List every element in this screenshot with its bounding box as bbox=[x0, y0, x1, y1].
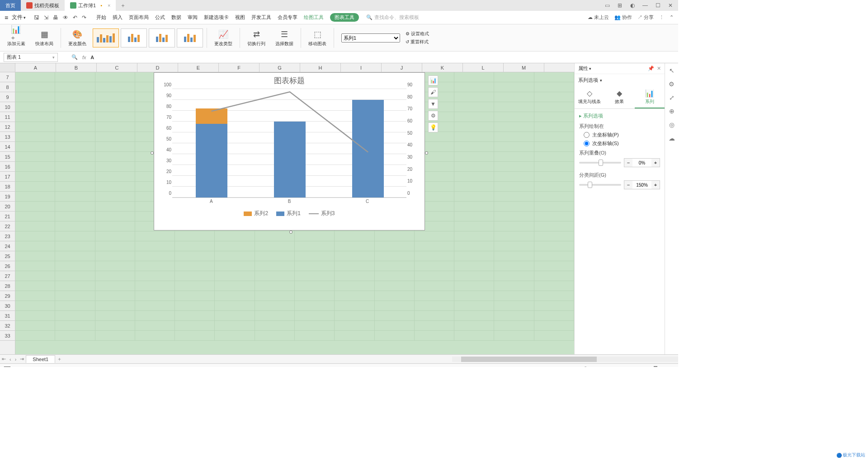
style-4[interactable] bbox=[177, 28, 203, 47]
switch-rc-button[interactable]: ⇄切换行列 bbox=[244, 27, 269, 49]
style-3[interactable] bbox=[149, 28, 175, 47]
zoom-icon[interactable]: 🔍 bbox=[71, 54, 78, 60]
col-header[interactable]: B bbox=[56, 63, 97, 72]
row-header[interactable]: 8 bbox=[0, 82, 15, 92]
menu-data[interactable]: 数据 bbox=[171, 13, 181, 22]
select-all-corner[interactable] bbox=[0, 63, 15, 72]
row-header[interactable]: 15 bbox=[0, 152, 15, 162]
zoom-out-icon[interactable]: − bbox=[625, 366, 628, 367]
last-sheet-icon[interactable]: ⇥ bbox=[18, 356, 26, 362]
row-header[interactable]: 28 bbox=[0, 281, 15, 291]
overlap-value[interactable] bbox=[632, 160, 651, 165]
minimize-button[interactable]: — bbox=[641, 1, 649, 9]
col-header[interactable]: M bbox=[504, 63, 544, 72]
menu-review[interactable]: 审阅 bbox=[188, 13, 198, 22]
row-header[interactable]: 25 bbox=[0, 251, 15, 261]
row-header[interactable]: 10 bbox=[0, 102, 15, 112]
expand-tool-icon[interactable]: ⤢ bbox=[669, 94, 675, 101]
row-header[interactable]: 22 bbox=[0, 221, 15, 231]
row-header[interactable]: 33 bbox=[0, 331, 15, 341]
change-type-button[interactable]: 📈更改类型 bbox=[211, 27, 236, 49]
command-search[interactable]: 🔍 查找命令、搜索模板 bbox=[366, 14, 419, 21]
menu-formula[interactable]: 公式 bbox=[155, 13, 165, 22]
tab-templates[interactable]: 找稻壳模板 bbox=[21, 0, 65, 11]
tab-series[interactable]: 📊系列 bbox=[635, 86, 665, 108]
overlap-slider[interactable] bbox=[579, 162, 621, 164]
redo-icon[interactable]: ↷ bbox=[82, 14, 86, 21]
gap-plus[interactable]: + bbox=[651, 181, 660, 189]
row-header[interactable]: 13 bbox=[0, 132, 15, 142]
section-series-options[interactable]: ▸ 系列选项 bbox=[579, 113, 660, 119]
layout-icon[interactable]: ▭ bbox=[603, 1, 611, 9]
tab-home[interactable]: 首页 bbox=[0, 0, 21, 11]
row-header[interactable]: 7 bbox=[0, 72, 15, 82]
link-tool-icon[interactable]: ⊕ bbox=[669, 108, 675, 115]
row-header[interactable]: 9 bbox=[0, 92, 15, 102]
tab-fill[interactable]: ◇填充与线条 bbox=[575, 86, 604, 108]
add-element-button[interactable]: 📊⁺添加元素 bbox=[4, 27, 29, 49]
col-header[interactable]: I bbox=[341, 63, 382, 72]
menu-layout[interactable]: 页面布局 bbox=[129, 13, 149, 22]
prev-sheet-icon[interactable]: ‹ bbox=[8, 357, 13, 362]
view-icons[interactable]: 👁 ▦ ▭ ⊞ bbox=[583, 366, 605, 367]
row-header[interactable]: 27 bbox=[0, 271, 15, 281]
menu-vip[interactable]: 会员专享 bbox=[278, 13, 297, 22]
cells[interactable]: 图表标题 0102030405060708090100 010203040506… bbox=[15, 72, 574, 354]
row-header[interactable]: 23 bbox=[0, 231, 15, 241]
collapse-ribbon-icon[interactable]: ⌃ bbox=[670, 14, 674, 20]
file-menu[interactable]: 文件 ▾ bbox=[12, 14, 26, 21]
lightbulb-icon[interactable]: 💡 bbox=[428, 122, 438, 132]
menu-insert[interactable]: 插入 bbox=[113, 13, 123, 22]
menu-drawtools[interactable]: 绘图工具 bbox=[304, 13, 324, 22]
add-sheet-icon[interactable]: ＋ bbox=[55, 356, 64, 362]
preview-icon[interactable]: 👁 bbox=[63, 14, 68, 21]
gear-icon[interactable]: ⚙ bbox=[428, 111, 438, 121]
row-header[interactable]: 32 bbox=[0, 321, 15, 331]
row-header[interactable]: 30 bbox=[0, 301, 15, 311]
tab-workbook[interactable]: 工作簿1•× bbox=[65, 0, 116, 11]
gap-minus[interactable]: − bbox=[624, 181, 632, 189]
row-header[interactable]: 26 bbox=[0, 261, 15, 271]
menu-dev[interactable]: 开发工具 bbox=[251, 13, 271, 22]
move-chart-button[interactable]: ⬚移动图表 bbox=[305, 27, 330, 49]
sheet-tab[interactable]: Sheet1 bbox=[26, 355, 55, 363]
col-header[interactable]: J bbox=[382, 63, 422, 72]
col-header[interactable]: H bbox=[300, 63, 341, 72]
row-header[interactable]: 31 bbox=[0, 311, 15, 321]
new-tab-button[interactable]: ＋ bbox=[116, 2, 130, 9]
filter-icon[interactable]: ▼ bbox=[428, 99, 438, 109]
chart-title[interactable]: 图表标题 bbox=[154, 73, 425, 86]
chart-object[interactable]: 图表标题 0102030405060708090100 010203040506… bbox=[154, 72, 425, 230]
name-box[interactable]: 图表 1 bbox=[4, 53, 58, 62]
col-header[interactable]: K bbox=[422, 63, 463, 72]
menu-charttools[interactable]: 图表工具 bbox=[330, 13, 359, 22]
more-icon[interactable]: ⋮ bbox=[659, 14, 664, 20]
col-header[interactable]: D bbox=[137, 63, 178, 72]
menu-newtab[interactable]: 新建选项卡 bbox=[204, 13, 229, 22]
chart-elements-icon[interactable]: 📊 bbox=[428, 75, 438, 85]
reset-style-button[interactable]: ↺重置样式 bbox=[406, 39, 429, 45]
tab-effect[interactable]: ◆效果 bbox=[604, 86, 634, 108]
brush-icon[interactable]: 🖌 bbox=[428, 87, 438, 97]
row-header[interactable]: 21 bbox=[0, 212, 15, 221]
location-tool-icon[interactable]: ◎ bbox=[669, 121, 675, 128]
row-header[interactable]: 19 bbox=[0, 192, 15, 202]
close-icon[interactable]: × bbox=[108, 3, 110, 8]
undo-icon[interactable]: ↶ bbox=[73, 14, 77, 21]
user-icon[interactable]: ◐ bbox=[628, 1, 637, 9]
pin-icon[interactable]: 📌 bbox=[648, 66, 654, 71]
close-button[interactable]: ✕ bbox=[666, 1, 675, 9]
quick-layout-button[interactable]: ▦快速布局 bbox=[32, 27, 57, 49]
row-header[interactable]: 14 bbox=[0, 142, 15, 152]
cloud-status[interactable]: ☁ 未上云 bbox=[588, 14, 609, 21]
export-icon[interactable]: ⇲ bbox=[44, 14, 48, 21]
zoom-in-icon[interactable]: + bbox=[672, 366, 675, 367]
next-sheet-icon[interactable]: › bbox=[13, 357, 19, 362]
hamburger-icon[interactable]: ≡ bbox=[5, 14, 8, 21]
series-dropdown[interactable]: 系列选项 ▾ bbox=[575, 74, 665, 86]
set-format-button[interactable]: ⚙设置格式 bbox=[406, 31, 429, 37]
style-1[interactable] bbox=[93, 28, 119, 47]
menu-view[interactable]: 视图 bbox=[235, 13, 245, 22]
row-header[interactable]: 20 bbox=[0, 202, 15, 212]
close-panel-icon[interactable]: ✕ bbox=[657, 66, 661, 71]
